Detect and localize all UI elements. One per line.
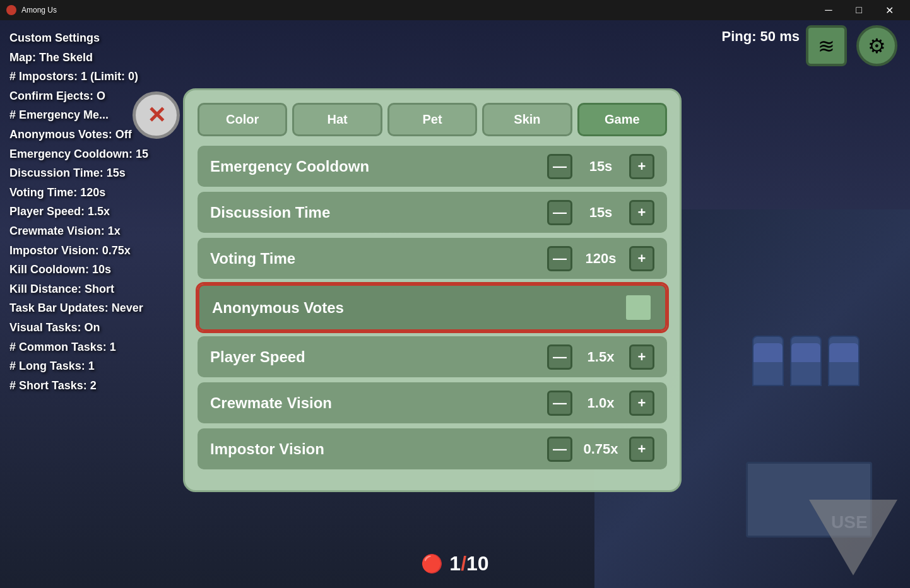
- use-text: USE: [831, 512, 868, 532]
- max-players: 10: [466, 552, 489, 575]
- crewmate-vision-label: Crewmate Vision: 1x: [9, 221, 148, 241]
- player-count-display: 🔴 1/10: [421, 552, 488, 575]
- anonymous-votes-row: Anonymous Votes: [198, 284, 667, 331]
- player-icon: 🔴: [421, 553, 443, 574]
- player-speed-plus[interactable]: +: [629, 344, 654, 370]
- impostor-vision-plus[interactable]: +: [629, 437, 654, 462]
- window-controls: ─ □ ✕: [814, 0, 904, 20]
- emergency-cooldown-row: Emergency Cooldown — 15s +: [198, 146, 667, 187]
- voting-time-minus[interactable]: —: [547, 246, 572, 271]
- impostor-vision-row: Impostor Vision — 0.75x +: [198, 428, 667, 469]
- emergency-cooldown-label: Emergency Cooldown: 15: [9, 144, 148, 164]
- discussion-time-row: Discussion Time — 15s +: [198, 192, 667, 233]
- anonymous-votes-controls: [624, 293, 653, 322]
- settings-list: Emergency Cooldown — 15s + Discussion Ti…: [198, 146, 667, 469]
- visual-tasks-label: Visual Tasks: On: [9, 318, 148, 338]
- player-speed-value: 1.5x: [582, 349, 620, 365]
- confirm-ejects-label: Confirm Ejects: O: [9, 86, 148, 106]
- chair-2: [790, 336, 822, 386]
- emergency-cooldown-controls: — 15s +: [547, 154, 654, 179]
- player-count-text: 1/10: [449, 552, 488, 575]
- crewmate-vision-value: 1.0x: [582, 395, 620, 411]
- task-bar-label: Task Bar Updates: Never: [9, 298, 148, 318]
- chat-icon-button[interactable]: ≋: [806, 25, 847, 66]
- crewmate-vision-plus[interactable]: +: [629, 391, 654, 416]
- player-separator: /: [461, 552, 466, 575]
- impostors-label: # Impostors: 1 (Limit: 0): [9, 67, 148, 86]
- impostor-vision-controls: — 0.75x +: [547, 437, 654, 462]
- discussion-time-label: Discussion Time: 15s: [9, 163, 148, 183]
- chair-3: [828, 336, 860, 386]
- impostor-vision-value: 0.75x: [582, 441, 620, 457]
- kill-distance-label: Kill Distance: Short: [9, 279, 148, 299]
- discussion-time-setting-label: Discussion Time: [210, 204, 547, 221]
- discussion-time-plus[interactable]: +: [629, 200, 654, 225]
- voting-time-value: 120s: [582, 250, 620, 267]
- player-speed-controls: — 1.5x +: [547, 344, 654, 370]
- tab-bar: Color Hat Pet Skin Game: [198, 103, 667, 136]
- voting-time-label: Voting Time: 120s: [9, 183, 148, 203]
- player-speed-row: Player Speed — 1.5x +: [198, 336, 667, 377]
- custom-settings-label: Custom Settings: [9, 28, 148, 48]
- player-speed-label: Player Speed: 1.5x: [9, 202, 148, 221]
- window-title: Among Us: [21, 6, 814, 15]
- ping-display: Ping: 50 ms: [722, 28, 800, 45]
- ping-value: Ping: 50 ms: [722, 28, 800, 44]
- tab-pet[interactable]: Pet: [387, 103, 477, 136]
- discussion-time-minus[interactable]: —: [547, 200, 572, 225]
- voting-time-plus[interactable]: +: [629, 246, 654, 271]
- tab-game[interactable]: Game: [577, 103, 667, 136]
- use-watermark: USE: [809, 500, 897, 575]
- voting-time-controls: — 120s +: [547, 246, 654, 271]
- close-icon: ✕: [147, 102, 166, 129]
- impostor-vision-minus[interactable]: —: [547, 437, 572, 462]
- crewmate-vision-setting-label: Crewmate Vision: [210, 394, 547, 412]
- top-right-icons: ≋ ⚙: [806, 25, 897, 66]
- use-triangle-shape: USE: [809, 500, 897, 575]
- tab-color[interactable]: Color: [198, 103, 287, 136]
- emergency-cooldown-minus[interactable]: —: [547, 154, 572, 179]
- anonymous-votes-setting-label: Anonymous Votes: [212, 299, 624, 317]
- titlebar: Among Us ─ □ ✕: [0, 0, 910, 20]
- settings-icon-button[interactable]: ⚙: [856, 25, 897, 66]
- crewmate-vision-controls: — 1.0x +: [547, 391, 654, 416]
- minimize-button[interactable]: ─: [814, 0, 843, 20]
- modal-close-button[interactable]: ✕: [133, 91, 180, 139]
- crewmate-vision-row: Crewmate Vision — 1.0x +: [198, 382, 667, 423]
- tab-hat[interactable]: Hat: [292, 103, 382, 136]
- chat-icon: ≋: [818, 34, 835, 58]
- player-speed-minus[interactable]: —: [547, 344, 572, 370]
- gear-icon: ⚙: [868, 34, 886, 58]
- anonymous-votes-label: Anonymous Votes: Off: [9, 125, 148, 144]
- emergency-meetings-label: # Emergency Me...: [9, 105, 148, 125]
- current-players: 1: [449, 552, 461, 575]
- common-tasks-label: # Common Tasks: 1: [9, 338, 148, 357]
- discussion-time-value: 15s: [582, 204, 620, 221]
- emergency-cooldown-setting-label: Emergency Cooldown: [210, 158, 547, 175]
- close-window-button[interactable]: ✕: [875, 0, 904, 20]
- emergency-cooldown-plus[interactable]: +: [629, 154, 654, 179]
- impostor-vision-label: Impostor Vision: 0.75x: [9, 241, 148, 261]
- impostor-vision-setting-label: Impostor Vision: [210, 440, 547, 458]
- chair-1: [752, 336, 784, 386]
- tab-skin[interactable]: Skin: [482, 103, 572, 136]
- long-tasks-label: # Long Tasks: 1: [9, 356, 148, 376]
- maximize-button[interactable]: □: [844, 0, 873, 20]
- player-speed-setting-label: Player Speed: [210, 348, 547, 366]
- voting-time-setting-label: Voting Time: [210, 250, 547, 268]
- app-icon: [6, 5, 16, 15]
- anonymous-votes-toggle[interactable]: [624, 293, 653, 322]
- settings-modal: Color Hat Pet Skin Game Emergency Cooldo…: [183, 88, 682, 492]
- left-panel-info: Custom Settings Map: The Skeld # Imposto…: [9, 28, 148, 395]
- room-chairs: [752, 336, 860, 386]
- kill-cooldown-label: Kill Cooldown: 10s: [9, 260, 148, 279]
- map-label: Map: The Skeld: [9, 48, 148, 68]
- crewmate-vision-minus[interactable]: —: [547, 391, 572, 416]
- discussion-time-controls: — 15s +: [547, 200, 654, 225]
- short-tasks-label: # Short Tasks: 2: [9, 376, 148, 396]
- emergency-cooldown-value: 15s: [582, 158, 620, 175]
- voting-time-row: Voting Time — 120s +: [198, 238, 667, 279]
